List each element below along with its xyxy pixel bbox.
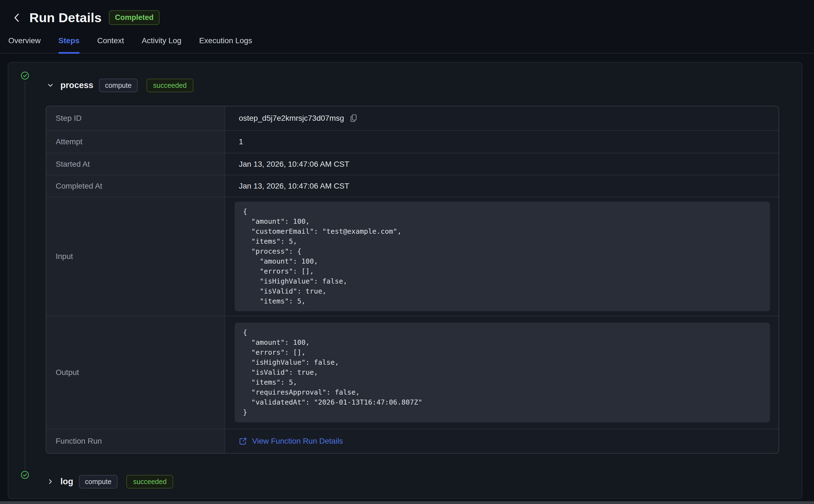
tab-steps[interactable]: Steps <box>58 36 79 53</box>
input-json: { "amount": 100, "customerEmail": "test@… <box>243 207 762 306</box>
page-title: Run Details <box>29 10 102 25</box>
steps-panel: process compute succeeded Step ID ostep_… <box>8 62 802 499</box>
step-header-process[interactable]: process compute succeeded <box>47 78 193 92</box>
tab-bar: Overview Steps Context Activity Log Exec… <box>0 25 814 53</box>
step-name: log <box>60 477 73 487</box>
expand-step-button[interactable] <box>47 478 54 485</box>
timeline-connector <box>25 81 25 470</box>
step-success-icon <box>21 71 29 80</box>
collapse-step-button[interactable] <box>47 81 54 89</box>
step-id-value-cell: ostep_d5j7e2kmrsjc73d07msg <box>225 106 779 131</box>
step-status-badge: succeeded <box>126 475 173 488</box>
started-at-label: Started At <box>46 153 225 175</box>
output-code-block[interactable]: { "amount": 100, "errors": [], "isHighVa… <box>235 323 770 422</box>
run-status-badge: Completed <box>109 10 160 25</box>
chevron-right-icon <box>47 478 54 485</box>
step-header-log[interactable]: log compute succeeded <box>47 474 173 489</box>
tab-overview[interactable]: Overview <box>8 36 41 53</box>
copy-step-id-button[interactable] <box>349 114 358 123</box>
started-at-value: Jan 13, 2026, 10:47:06 AM CST <box>225 153 779 175</box>
input-label: Input <box>46 197 225 316</box>
page-header: Run Details Completed <box>0 0 814 25</box>
output-value-cell: { "amount": 100, "errors": [], "isHighVa… <box>225 316 779 429</box>
chevron-left-icon <box>12 12 21 23</box>
completed-at-value: Jan 13, 2026, 10:47:06 AM CST <box>225 175 779 197</box>
step-id-value: ostep_d5j7e2kmrsjc73d07msg <box>239 114 344 123</box>
attempt-value: 1 <box>225 131 779 153</box>
view-function-run-label: View Function Run Details <box>252 437 343 446</box>
step-id-label: Step ID <box>46 106 225 131</box>
step-status-badge: succeeded <box>147 79 193 92</box>
view-function-run-link[interactable]: View Function Run Details <box>239 437 343 446</box>
copy-icon <box>349 114 358 123</box>
input-value-cell: { "amount": 100, "customerEmail": "test@… <box>225 197 779 316</box>
window-bottom-edge <box>0 501 814 504</box>
tab-context[interactable]: Context <box>97 36 124 53</box>
step-name: process <box>60 80 93 90</box>
step-kind-badge: compute <box>79 475 118 488</box>
completed-at-label: Completed At <box>46 175 225 197</box>
output-json: { "amount": 100, "errors": [], "isHighVa… <box>243 328 762 417</box>
chevron-down-icon <box>47 81 54 89</box>
function-run-label: Function Run <box>46 429 225 453</box>
tab-activity-log[interactable]: Activity Log <box>142 36 181 53</box>
attempt-label: Attempt <box>46 131 225 153</box>
step-detail-table: Step ID ostep_d5j7e2kmrsjc73d07msg Attem… <box>46 106 779 454</box>
back-button[interactable] <box>11 12 22 24</box>
function-run-value-cell: View Function Run Details <box>225 429 779 453</box>
external-link-icon <box>239 437 247 445</box>
step-success-icon <box>21 471 29 479</box>
input-code-block[interactable]: { "amount": 100, "customerEmail": "test@… <box>235 202 770 311</box>
step-kind-badge: compute <box>99 79 138 92</box>
tab-execution-logs[interactable]: Execution Logs <box>199 36 252 53</box>
output-label: Output <box>46 316 225 429</box>
